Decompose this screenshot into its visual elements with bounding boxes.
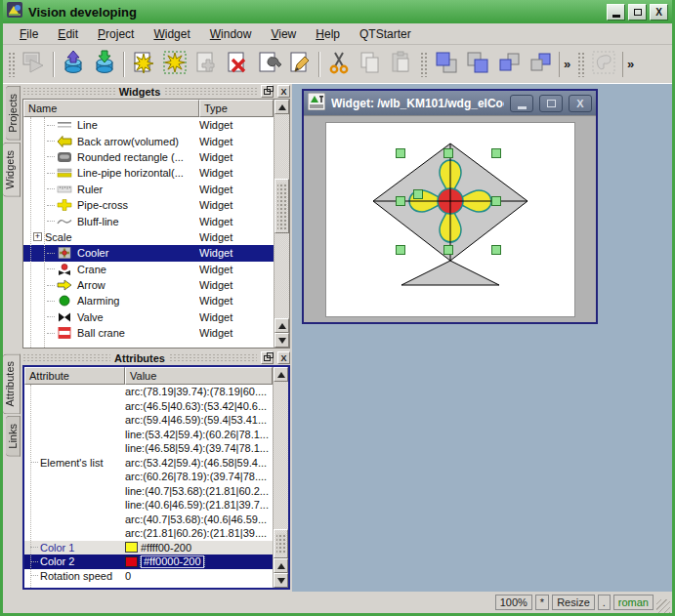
- cut-button[interactable]: [323, 49, 355, 80]
- toolbar-extension-button[interactable]: »: [559, 52, 574, 77]
- toolbar-extension-button[interactable]: »: [622, 52, 638, 77]
- selection-handle[interactable]: [444, 246, 453, 255]
- resize-grip[interactable]: [656, 599, 670, 613]
- menu-edit[interactable]: Edit: [49, 25, 87, 43]
- tab-attributes[interactable]: Attributes: [3, 353, 21, 414]
- attribute-value-cell[interactable]: #ff0000-200: [125, 555, 273, 568]
- close-panel-button[interactable]: X: [277, 85, 290, 98]
- save-db-button[interactable]: [89, 49, 120, 80]
- attribute-row[interactable]: line:(53.42|59.4):(60.26|78.1...: [24, 428, 273, 442]
- tab-widgets[interactable]: Widgets: [3, 143, 21, 197]
- tree-row-back-arrow-volumed[interactable]: Back arrow(volumed)Widget: [23, 133, 274, 148]
- menu-view[interactable]: View: [262, 25, 305, 43]
- selection-handle[interactable]: [414, 190, 423, 199]
- scrollbar-thumb[interactable]: [274, 529, 288, 558]
- attribute-row[interactable]: arc:(46.5|40.63):(53.42|40.6...: [24, 399, 273, 414]
- attributes-panel-titlebar[interactable]: Attributes X: [21, 350, 292, 365]
- tab-links[interactable]: Links: [6, 416, 21, 457]
- tree-row-cooler[interactable]: CoolerWidget: [23, 245, 274, 261]
- child-minimize-button[interactable]: [510, 95, 533, 112]
- tree-row-arrow[interactable]: ArrowWidget: [23, 277, 274, 293]
- widget-canvas[interactable]: [325, 122, 575, 317]
- dock-handle[interactable]: [22, 87, 115, 96]
- lower-button[interactable]: [525, 49, 556, 80]
- attribute-row[interactable]: arc:(40.7|53.68):(40.6|46.59...: [24, 513, 273, 527]
- attribute-row-rotation-speed[interactable]: Rotation speed0: [24, 569, 273, 584]
- tree-row-bluff-line[interactable]: Bluff-lineWidget: [23, 213, 274, 228]
- widgets-panel-titlebar[interactable]: Widgets X: [21, 84, 292, 99]
- dock-handle[interactable]: [22, 353, 110, 362]
- menu-file[interactable]: File: [11, 25, 47, 43]
- attribute-row[interactable]: arc:(60.26|78.19):(39.74|78....: [24, 470, 273, 484]
- tree-row-scale[interactable]: +ScaleWidget: [23, 229, 274, 245]
- attribute-row[interactable]: arc:(59.4|46.59):(59.4|53.41...: [24, 413, 273, 428]
- tree-row-crane[interactable]: CraneWidget: [23, 262, 274, 277]
- attribute-row[interactable]: Element's listarc:(53.42|59.4):(46.58|59…: [24, 456, 273, 471]
- cooler-drawing[interactable]: [326, 123, 576, 318]
- dock-handle[interactable]: [169, 353, 257, 362]
- selection-handle[interactable]: [492, 149, 501, 158]
- visual-item-edit-button[interactable]: [284, 49, 316, 80]
- scroll-down-button[interactable]: [274, 573, 288, 588]
- selection-handle[interactable]: [397, 149, 405, 158]
- tree-row-ruler[interactable]: RulerWidget: [23, 182, 274, 197]
- attribute-row[interactable]: line:(40.7|53.68):(21.81|60.2...: [24, 484, 273, 499]
- minimize-button[interactable]: [607, 4, 625, 21]
- widgets-tree-scrollbar[interactable]: [274, 100, 289, 348]
- close-panel-button[interactable]: X: [277, 351, 290, 364]
- close-button[interactable]: X: [650, 4, 668, 21]
- column-header-attribute[interactable]: Attribute: [24, 367, 125, 385]
- scroll-up-button[interactable]: [274, 558, 288, 573]
- float-panel-button[interactable]: [261, 351, 274, 364]
- attribute-row[interactable]: arc:(21.81|60.26):(21.81|39....: [24, 526, 273, 541]
- tree-row-valve[interactable]: ValveWidget: [23, 309, 274, 325]
- child-close-button[interactable]: X: [569, 95, 592, 112]
- selection-handle[interactable]: [397, 197, 405, 206]
- new-library-button[interactable]: [159, 49, 190, 80]
- menu-project[interactable]: Project: [89, 25, 143, 43]
- dock-handle[interactable]: [164, 87, 257, 96]
- selection-handle[interactable]: [492, 246, 501, 255]
- toolbar-handle[interactable]: [8, 52, 16, 77]
- child-maximize-button[interactable]: [539, 95, 563, 112]
- tree-row-line-pipe-horizontal[interactable]: Line-pipe horizontal(...Widget: [23, 165, 274, 181]
- attributes-scrollbar[interactable]: [273, 367, 288, 588]
- attribute-row-color2[interactable]: Color 2#ff0000-200: [24, 554, 273, 569]
- attribute-row[interactable]: line:(46.58|59.4):(39.74|78.1...: [24, 441, 273, 456]
- tab-projects[interactable]: Projects: [6, 86, 21, 141]
- maximize-button[interactable]: [628, 4, 647, 21]
- tree-row-line[interactable]: LineWidget: [23, 117, 274, 133]
- raise-top-button[interactable]: [431, 49, 462, 80]
- column-header-value[interactable]: Value: [125, 367, 273, 385]
- new-visual-item-button[interactable]: [128, 49, 159, 80]
- scroll-down-button[interactable]: [274, 333, 289, 348]
- widget-editor-titlebar[interactable]: Widget: /wlb_KM101/wdg_elCooler X: [304, 91, 596, 115]
- delete-visual-item-button[interactable]: [222, 49, 253, 80]
- attribute-row[interactable]: line:(40.6|46.59):(21.81|39.7...: [24, 498, 273, 513]
- visual-item-properties-button[interactable]: [253, 49, 284, 80]
- attribute-row-color1[interactable]: Color 1#ffff00-200: [24, 541, 273, 555]
- tree-row-alarming[interactable]: AlarmingWidget: [23, 293, 274, 308]
- scrollbar-thumb[interactable]: [274, 179, 289, 233]
- load-db-button[interactable]: [58, 49, 89, 80]
- menu-widget[interactable]: Widget: [145, 25, 198, 43]
- expand-icon[interactable]: +: [33, 232, 42, 241]
- scroll-up-button[interactable]: [274, 100, 289, 114]
- attribute-row[interactable]: arc:(78.19|39.74):(78.19|60....: [24, 385, 273, 399]
- tree-row-ball-crane[interactable]: Ball craneWidget: [23, 325, 274, 341]
- column-header-name[interactable]: Name: [23, 100, 199, 117]
- toolbar-handle[interactable]: [420, 52, 428, 77]
- column-header-type[interactable]: Type: [199, 100, 274, 117]
- menu-qtstarter[interactable]: QTStarter: [351, 25, 420, 43]
- float-panel-button[interactable]: [261, 85, 274, 98]
- titlebar[interactable]: Vision developing X: [3, 0, 672, 23]
- selection-handle[interactable]: [397, 246, 405, 255]
- tree-row-rounded-rectangle[interactable]: Rounded rectangle (...Widget: [23, 149, 274, 165]
- scroll-up-button[interactable]: [274, 318, 289, 333]
- toolbar-handle[interactable]: [577, 52, 585, 77]
- selection-handle[interactable]: [444, 149, 453, 158]
- menu-help[interactable]: Help: [307, 25, 349, 43]
- scroll-up-button[interactable]: [274, 367, 288, 382]
- raise-button[interactable]: [493, 49, 525, 80]
- lower-bottom-button[interactable]: [462, 49, 493, 80]
